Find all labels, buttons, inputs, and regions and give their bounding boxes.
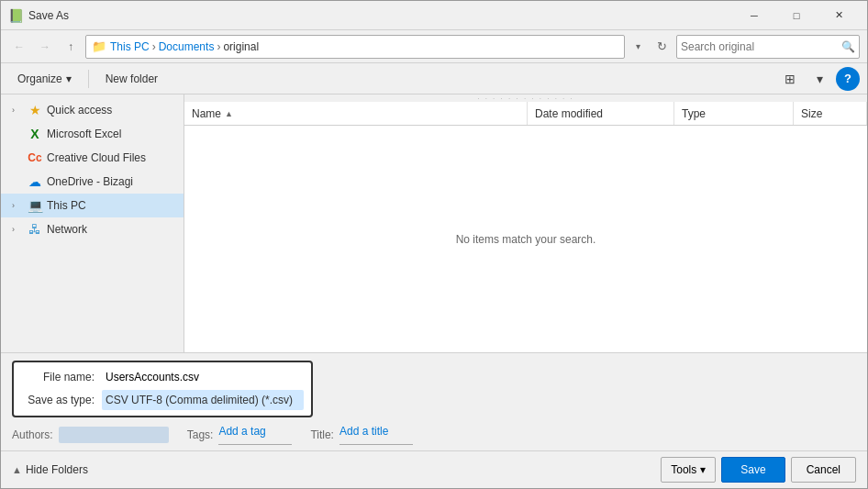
title-field: Title: Add a title (310, 425, 413, 445)
help-button[interactable]: ? (836, 67, 860, 91)
hide-folders-label: Hide Folders (26, 463, 88, 476)
expand-arrow: › (12, 106, 23, 115)
breadcrumb[interactable]: 📁 This PC › Documents › original (85, 35, 625, 59)
folder-icon: 📁 (92, 39, 106, 53)
col-type-label: Type (682, 107, 706, 120)
authors-value (59, 427, 169, 443)
address-bar: ← → ↑ 📁 This PC › Documents › original ▾… (1, 30, 867, 63)
authors-field: Authors: (12, 427, 169, 443)
title-label: Title: (310, 428, 334, 441)
resize-grip[interactable]: · · · · · · · · · · · · · (184, 94, 867, 102)
minimize-button[interactable]: ─ (733, 1, 775, 30)
sidebar-label-cc: Creative Cloud Files (47, 151, 146, 164)
excel-icon: X (27, 127, 43, 141)
dialog-title: Save As (28, 9, 733, 22)
sidebar-item-onedrive[interactable]: ☁ OneDrive - Bizagi (1, 170, 184, 194)
view-arrow: ▾ (817, 72, 823, 86)
metadata-row: Authors: Tags: Add a tag Title: Add a ti… (1, 421, 867, 450)
view-button[interactable]: ⊞ (777, 67, 803, 91)
tags-label: Tags: (187, 428, 214, 441)
expand-arrow-network: › (12, 225, 23, 234)
organize-label: Organize (17, 72, 62, 85)
col-date-label: Date modified (535, 107, 603, 120)
view-icon: ⊞ (785, 72, 796, 86)
col-size-label: Size (801, 107, 822, 120)
sidebar-item-network[interactable]: › 🖧 Network (1, 217, 184, 241)
toolbar-separator (88, 70, 89, 88)
quick-access-icon: ★ (27, 103, 43, 117)
sidebar-label-onedrive: OneDrive - Bizagi (47, 175, 133, 188)
forward-button[interactable]: → (34, 36, 56, 58)
action-bar: ▲ Hide Folders Tools ▾ Save Cancel (1, 450, 867, 488)
this-pc-icon: 💻 (27, 198, 43, 213)
new-folder-button[interactable]: New folder (96, 67, 167, 91)
tags-field: Tags: Add a tag (187, 425, 293, 445)
close-button[interactable]: ✕ (818, 1, 860, 30)
breadcrumb-documents[interactable]: Documents (159, 40, 215, 53)
col-header-name[interactable]: Name ▲ (184, 102, 528, 125)
onedrive-icon: ☁ (27, 174, 43, 189)
authors-label: Authors: (12, 428, 53, 441)
hide-folders-icon: ▲ (12, 464, 22, 475)
tools-button[interactable]: Tools ▾ (661, 457, 716, 483)
creative-cloud-icon: Cc (27, 151, 43, 164)
col-name-label: Name (192, 107, 221, 120)
refresh-button[interactable]: ↻ (651, 36, 673, 58)
breadcrumb-this-pc[interactable]: This PC (110, 40, 150, 53)
tools-arrow: ▾ (700, 463, 706, 476)
column-headers: Name ▲ Date modified Type Size (184, 102, 867, 126)
breadcrumb-dropdown[interactable]: ▾ (629, 35, 647, 59)
filename-label: File name: (21, 371, 95, 383)
filename-input[interactable] (102, 368, 304, 386)
empty-message: No items match your search. (456, 233, 596, 246)
file-content: No items match your search. (184, 126, 867, 352)
sidebar-label-this-pc: This PC (47, 199, 86, 212)
sidebar-item-quick-access[interactable]: › ★ Quick access (1, 98, 184, 122)
sidebar-item-creative-cloud[interactable]: Cc Creative Cloud Files (1, 146, 184, 170)
tools-label: Tools (671, 463, 696, 476)
dialog-icon: 📗 (8, 8, 23, 23)
sidebar-label-network: Network (47, 223, 87, 236)
sidebar-label-quick-access: Quick access (47, 104, 112, 117)
main-area: › ★ Quick access X Microsoft Excel Cc Cr… (1, 94, 867, 352)
filetype-label: Save as type: (21, 394, 95, 406)
breadcrumb-current: original (223, 40, 259, 53)
search-icon: 🔍 (841, 40, 855, 53)
tags-input[interactable]: Add a tag (218, 425, 292, 445)
save-as-dialog: 📗 Save As ─ □ ✕ ← → ↑ 📁 This PC › Docume… (0, 0, 868, 489)
organize-arrow: ▾ (66, 72, 72, 85)
window-controls: ─ □ ✕ (733, 1, 860, 30)
col-header-type[interactable]: Type (674, 102, 794, 125)
file-area: · · · · · · · · · · · · · Name ▲ Date mo… (184, 94, 867, 352)
sidebar-item-this-pc[interactable]: › 💻 This PC (1, 194, 184, 217)
col-header-date[interactable]: Date modified (528, 102, 674, 125)
network-icon: 🖧 (27, 222, 43, 237)
sidebar-item-excel[interactable]: X Microsoft Excel (1, 122, 184, 146)
organize-button[interactable]: Organize ▾ (8, 67, 81, 91)
hide-folders-button[interactable]: ▲ Hide Folders (12, 463, 88, 476)
title-bar: 📗 Save As ─ □ ✕ (1, 1, 867, 30)
maximize-button[interactable]: □ (775, 1, 818, 30)
up-button[interactable]: ↑ (60, 36, 82, 58)
save-button[interactable]: Save (721, 457, 785, 483)
title-input[interactable]: Add a title (339, 425, 413, 445)
filetype-select[interactable]: CSV UTF-8 (Comma delimited) (*.csv) (102, 390, 304, 410)
view-dropdown-button[interactable]: ▾ (807, 67, 832, 91)
col-sort-arrow: ▲ (225, 109, 233, 118)
expand-arrow-thispc: › (12, 201, 23, 210)
sidebar: › ★ Quick access X Microsoft Excel Cc Cr… (1, 94, 184, 352)
col-header-size[interactable]: Size (794, 102, 867, 125)
search-box[interactable]: 🔍 (676, 35, 860, 59)
sidebar-label-excel: Microsoft Excel (47, 128, 121, 140)
cancel-button[interactable]: Cancel (791, 457, 856, 483)
toolbar: Organize ▾ New folder ⊞ ▾ ? (1, 63, 867, 94)
search-input[interactable] (681, 40, 841, 53)
bottom-area: File name: Save as type: CSV UTF-8 (Comm… (1, 352, 867, 488)
filetype-value: CSV UTF-8 (Comma delimited) (*.csv) (106, 394, 293, 406)
back-button[interactable]: ← (8, 36, 30, 58)
